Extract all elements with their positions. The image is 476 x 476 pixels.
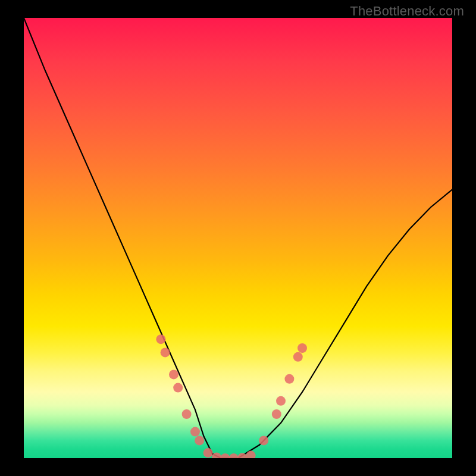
chart-container: TheBottleneck.com	[0, 0, 476, 476]
curve-marker	[259, 436, 268, 445]
curve-marker	[293, 352, 303, 362]
curve-marker	[169, 369, 178, 379]
curve-marker	[284, 374, 294, 384]
curve-marker	[156, 334, 165, 344]
plot-area	[24, 18, 452, 458]
curve-marker	[173, 383, 183, 393]
curve-marker	[220, 453, 230, 458]
curve-svg	[24, 18, 452, 458]
curve-marker	[182, 409, 192, 419]
curve-marker	[298, 343, 307, 353]
curve-marker	[161, 347, 170, 357]
curve-marker	[246, 451, 256, 458]
curve-marker	[203, 448, 213, 458]
watermark-label: TheBottleneck.com	[350, 4, 464, 19]
curve-marker	[272, 409, 281, 419]
curve-marker	[237, 453, 247, 458]
curve-marker	[276, 396, 286, 406]
curve-marker	[195, 436, 204, 445]
curve-marker	[212, 453, 221, 459]
curve-marker	[229, 453, 239, 458]
curve-marker	[190, 427, 200, 437]
bottleneck-curve	[24, 18, 452, 458]
curve-markers	[156, 334, 307, 458]
